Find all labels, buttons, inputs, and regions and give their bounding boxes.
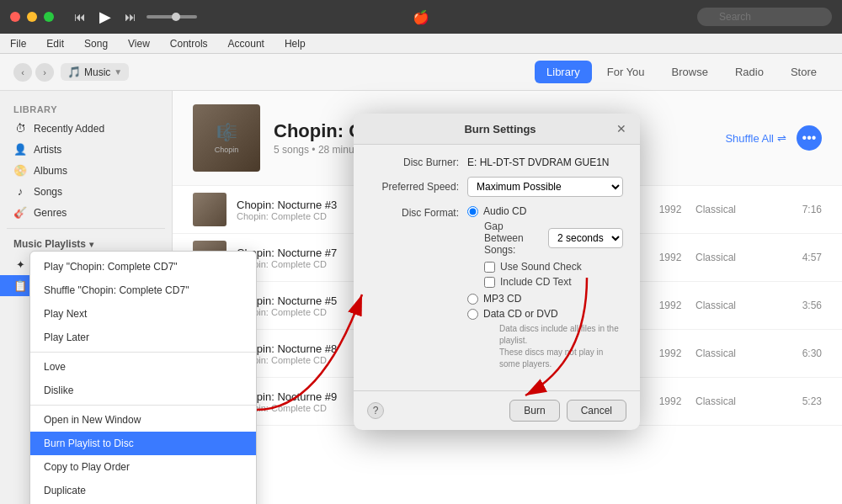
ctx-separator [30,352,256,353]
genres-icon: 🎸 [13,206,27,219]
ctx-play-next[interactable]: Play Next [30,302,256,326]
song-year: 1992 [645,204,695,215]
transport-controls: ⏮ ▶ ⏭ [71,6,197,28]
song-duration: 6:30 [780,347,822,359]
sidebar-item-artists[interactable]: 👤 Artists [0,139,172,160]
sidebar-item-albums[interactable]: 📀 Albums [0,160,172,181]
mp3-cd-label: MP3 CD [483,293,521,305]
albums-icon: 📀 [13,164,27,177]
close-button[interactable] [10,12,20,22]
genius-icon: ✦ [13,258,27,271]
forward-button[interactable]: ⏭ [121,8,140,25]
song-genre: Classical [695,252,780,263]
format-options: Audio CD Gap Between Songs: 2 seconds Us… [467,205,623,370]
title-bar: ⏮ ▶ ⏭ 🍎 🔍 [0,0,842,34]
sound-check-checkbox[interactable] [484,262,495,273]
play-button[interactable]: ▶ [96,6,115,28]
volume-slider[interactable] [147,15,197,19]
sidebar-item-songs[interactable]: ♪ Songs [0,181,172,202]
cd-text-row: Include CD Text [467,276,623,288]
dialog-titlebar: Burn Settings ✕ [354,114,640,145]
data-disc-note: Data discs include all files in the play… [467,323,623,370]
audio-cd-label: Audio CD [483,205,526,217]
menu-help[interactable]: Help [281,36,309,51]
ctx-burn-playlist[interactable]: Burn Playlist to Disc [30,432,256,455]
nav-location-label: Music [84,66,110,78]
album-actions: Shuffle All ⇌ ••• [725,125,822,151]
song-genre: Classical [695,300,780,311]
tab-store[interactable]: Store [779,61,829,83]
song-duration: 5:23 [780,395,822,407]
disc-format-section: Disc Format: Audio CD Gap Between Songs:… [370,205,623,370]
gap-select[interactable]: 2 seconds [548,228,623,248]
song-year: 1992 [645,395,695,407]
album-art: 🎼 Chopin [193,104,260,172]
ctx-play-album[interactable]: Play "Chopin: Complete CD7" [30,255,256,279]
tab-radio[interactable]: Radio [723,61,775,83]
ctx-shuffle-album[interactable]: Shuffle "Chopin: Complete CD7" [30,279,256,302]
sidebar-item-label: Genres [34,207,67,219]
cd-text-checkbox[interactable] [484,277,495,288]
data-dvd-radio[interactable] [467,309,478,320]
nav-arrows: ‹ › [13,63,54,82]
ctx-open-new-window[interactable]: Open in New Window [30,408,256,432]
search-wrapper: 🔍 [697,8,832,26]
burn-button[interactable]: Burn [509,400,559,422]
sidebar-item-genres[interactable]: 🎸 Genres [0,202,172,223]
playlists-chevron: ▾ [89,240,93,249]
ctx-copy-play-order[interactable]: Copy to Play Order [30,455,256,479]
shuffle-icon: ⇌ [777,132,786,145]
ctx-duplicate[interactable]: Duplicate [30,479,256,502]
tab-browse[interactable]: Browse [660,61,720,83]
more-button[interactable]: ••• [797,125,822,151]
nav-forward[interactable]: › [35,63,54,82]
song-duration: 7:16 [780,204,822,215]
gap-row: Gap Between Songs: 2 seconds [467,220,623,256]
ctx-dislike[interactable]: Dislike [30,379,256,402]
ctx-love[interactable]: Love [30,355,256,379]
disc-burner-row: Disc Burner: E: HL-DT-ST DVDRAM GUE1N [370,157,623,168]
preferred-speed-row: Preferred Speed: Maximum Possible [370,177,623,197]
format-data: Data CD or DVD [467,308,623,320]
context-menu: Play "Chopin: Complete CD7" Shuffle "Cho… [29,251,257,504]
disc-format-label: Disc Format: [370,205,467,219]
sidebar-item-recently-added[interactable]: ⏱ Recently Added [0,118,172,139]
sidebar-item-label: Songs [34,186,62,198]
ctx-play-later[interactable]: Play Later [30,326,256,349]
chopin-icon: 📋 [13,279,27,292]
dialog-footer: ? Burn Cancel [354,390,640,430]
shuffle-button[interactable]: Shuffle All ⇌ [725,132,786,145]
menu-song[interactable]: Song [81,36,111,51]
burn-settings-dialog: Burn Settings ✕ Disc Burner: E: HL-DT-ST… [354,114,640,430]
menu-controls[interactable]: Controls [167,36,211,51]
search-input[interactable] [697,8,832,26]
gap-label: Gap Between Songs: [484,220,541,256]
nav-back[interactable]: ‹ [13,63,32,82]
rewind-button[interactable]: ⏮ [71,8,89,25]
dialog-title: Burn Settings [384,123,616,135]
library-section-title: Library [0,98,172,118]
menu-edit[interactable]: Edit [43,36,67,51]
song-genre: Classical [695,204,780,215]
audio-cd-radio[interactable] [467,206,478,217]
tab-library[interactable]: Library [535,61,592,83]
song-genre: Classical [695,395,780,407]
sidebar-item-label: Recently Added [34,123,104,135]
help-button[interactable]: ? [367,402,384,419]
preferred-speed-select[interactable]: Maximum Possible [467,177,623,197]
song-duration: 4:57 [780,252,822,263]
window-controls [10,12,54,22]
mp3-cd-radio[interactable] [467,294,478,305]
song-thumb [193,193,226,226]
tab-for-you[interactable]: For You [595,61,657,83]
menu-view[interactable]: View [125,36,153,51]
song-genre: Classical [695,347,780,359]
maximize-button[interactable] [44,12,54,22]
cancel-button[interactable]: Cancel [567,400,626,422]
song-year: 1992 [645,347,695,359]
minimize-button[interactable] [27,12,37,22]
dialog-close-button[interactable]: ✕ [616,122,626,135]
menu-account[interactable]: Account [225,36,268,51]
song-year: 1992 [645,252,695,263]
menu-file[interactable]: File [7,36,29,51]
